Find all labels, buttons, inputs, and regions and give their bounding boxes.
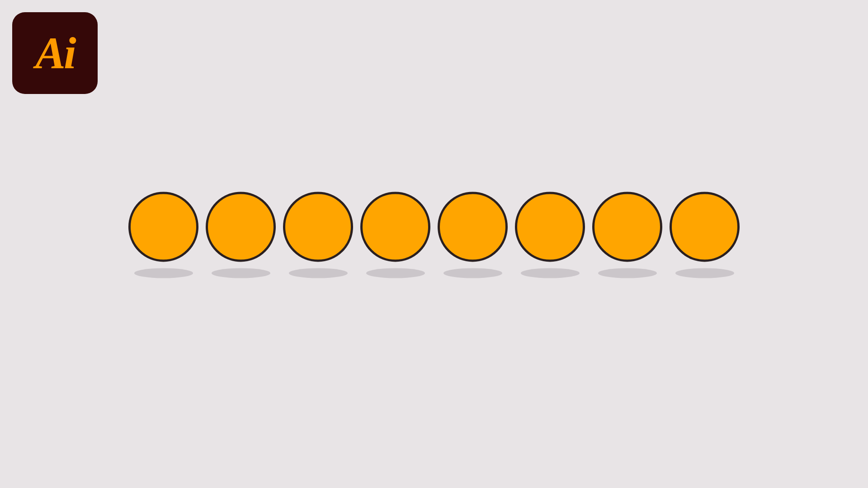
circle-item-4 xyxy=(360,192,430,278)
circle-3[interactable] xyxy=(283,192,353,262)
circle-4[interactable] xyxy=(360,192,430,262)
circle-item-1 xyxy=(128,192,198,278)
adobe-illustrator-logo: Ai xyxy=(12,12,98,94)
circle-7[interactable] xyxy=(592,192,662,262)
circle-5[interactable] xyxy=(438,192,508,262)
circle-2[interactable] xyxy=(206,192,276,262)
circle-item-6 xyxy=(515,192,585,278)
circle-shadow-6 xyxy=(521,268,580,278)
circle-1[interactable] xyxy=(128,192,198,262)
circle-8[interactable] xyxy=(670,192,740,262)
ai-logo-text: Ai xyxy=(35,27,74,79)
circle-shadow-5 xyxy=(443,268,502,278)
circle-shadow-7 xyxy=(598,268,657,278)
circle-item-2 xyxy=(206,192,276,278)
circle-shadow-3 xyxy=(289,268,348,278)
circle-item-3 xyxy=(283,192,353,278)
circle-item-5 xyxy=(438,192,508,278)
circle-shadow-1 xyxy=(134,268,193,278)
circle-shadow-2 xyxy=(212,268,270,278)
circles-container xyxy=(125,192,743,278)
circle-shadow-8 xyxy=(675,268,734,278)
circle-shadow-4 xyxy=(366,268,425,278)
circle-item-7 xyxy=(592,192,662,278)
circle-6[interactable] xyxy=(515,192,585,262)
circle-item-8 xyxy=(670,192,740,278)
